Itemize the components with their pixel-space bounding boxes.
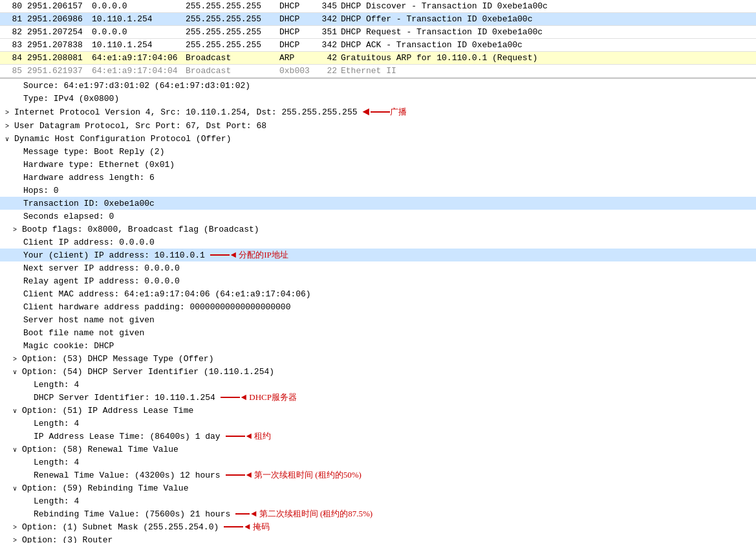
opt58-annotation-text: 第一次续租时间 (租约的50%) [254,469,362,481]
detail-udp[interactable]: User Datagram Protocol, Src Port: 67, Ds… [0,119,756,132]
detail-next-server-text: Next server IP address: 0.0.0.0 [23,263,180,273]
opt59-annotation-text: 第二次续租时间 (租约的87.5%) [259,508,373,520]
pkt-src-83: 10.110.1.254 [92,40,186,50]
detail-bootp-flags[interactable]: Bootp flags: 0x8000, Broadcast flag (Bro… [0,223,756,236]
detail-opt51-len[interactable]: Length: 4 [0,417,756,430]
pkt-dst-83: 255.255.255.255 [186,40,279,50]
pkt-dst-81: 255.255.255.255 [186,14,279,24]
detail-seconds-text: Seconds elapsed: 0 [23,212,114,221]
detail-opt54-len-text: Length: 4 [34,380,79,390]
detail-dhcp-header[interactable]: Dynamic Host Configuration Protocol (Off… [0,132,756,145]
pkt-proto-81: DHCP [279,14,315,24]
pkt-len-85: 22 [315,66,341,76]
detail-opt51[interactable]: Option: (51) IP Address Lease Time [0,404,756,417]
detail-client-hw-pad[interactable]: Client hardware address padding: 0000000… [0,300,756,313]
dhcp-expand-icon[interactable] [5,134,14,144]
udp-expand-icon[interactable] [5,121,14,131]
detail-hw-type[interactable]: Hardware type: Ethernet (0x01) [0,158,756,171]
detail-client-ip[interactable]: Client IP address: 0.0.0.0 [0,236,756,249]
opt58-expand-icon[interactable] [13,445,22,454]
pkt-time-84: 2951.208081 [27,53,92,63]
pkt-len-84: 42 [315,53,341,63]
pkt-len-83: 342 [315,40,341,50]
detail-opt53[interactable]: Option: (53) DHCP Message Type (Offer) [0,352,756,365]
pkt-info-82: DHCP Request - Transaction ID 0xebe1a00c [341,27,753,37]
opt53-expand-icon[interactable] [13,354,22,364]
detail-opt58-val[interactable]: Renewal Time Value: (43200s) 12 hours ◄ … [0,469,756,482]
detail-opt54[interactable]: Option: (54) DHCP Server Identifier (10.… [0,365,756,378]
detail-hw-type-text: Hardware type: Ethernet (0x01) [23,160,175,170]
detail-opt54-val[interactable]: DHCP Server Identifier: 10.110.1.254 ◄ D… [0,391,756,404]
detail-seconds[interactable]: Seconds elapsed: 0 [0,210,756,223]
detail-server-host[interactable]: Server host name not given [0,313,756,326]
detail-opt3[interactable]: Option: (3) Router [0,533,756,543]
detail-opt59[interactable]: Option: (59) Rebinding Time Value [0,482,756,494]
detail-opt59-len[interactable]: Length: 4 [0,494,756,507]
opt59-annotation: ◄ 第二次续租时间 (租约的87.5%) [235,508,373,520]
detail-opt59-val[interactable]: Rebinding Time Value: (75600s) 21 hours … [0,507,756,520]
opt1-expand-icon[interactable] [13,522,22,532]
ipv4-expand-icon[interactable] [5,107,14,117]
opt1-annotation: ◄ 掩码 [224,521,269,533]
pkt-src-84: 64:e1:a9:17:04:06 [92,53,186,63]
pkt-time-85: 2951.621937 [27,66,92,76]
packet-list: 80 2951.206157 0.0.0.0 255.255.255.255 D… [0,0,756,78]
pkt-info-85: Ethernet II [341,66,753,76]
bootp-expand-icon[interactable] [13,225,22,234]
pkt-time-81: 2951.206986 [27,14,92,24]
pkt-info-81: DHCP Offer - Transaction ID 0xebe1a00c [341,14,753,24]
opt58-annotation: ◄ 第一次续租时间 (租约的50%) [226,469,362,481]
detail-opt58[interactable]: Option: (58) Renewal Time Value [0,443,756,456]
detail-msg-type[interactable]: Message type: Boot Reply (2) [0,145,756,158]
detail-your-ip-text: Your (client) IP address: 10.110.0.1 [23,250,205,260]
detail-boot-file[interactable]: Boot file name not given [0,326,756,339]
packet-row-80[interactable]: 80 2951.206157 0.0.0.0 255.255.255.255 D… [0,0,756,13]
detail-opt1-text: Option: (1) Subnet Mask (255.255.254.0) [22,522,219,532]
detail-opt58-text: Option: (58) Renewal Time Value [22,445,178,454]
pkt-info-83: DHCP ACK - Transaction ID 0xebe1a00c [341,40,753,50]
detail-next-server[interactable]: Next server IP address: 0.0.0.0 [0,261,756,274]
pkt-no-85: 85 [3,66,27,76]
detail-magic-cookie[interactable]: Magic cookie: DHCP [0,339,756,352]
detail-opt58-len-text: Length: 4 [34,458,79,467]
detail-ipv4[interactable]: Internet Protocol Version 4, Src: 10.110… [0,105,756,119]
packet-row-83[interactable]: 83 2951.207838 10.110.1.254 255.255.255.… [0,39,756,52]
detail-hops[interactable]: Hops: 0 [0,184,756,197]
pkt-dst-85: Broadcast [186,66,279,76]
detail-hops-text: Hops: 0 [23,186,59,195]
detail-opt59-len-text: Length: 4 [34,496,79,506]
detail-opt1[interactable]: Option: (1) Subnet Mask (255.255.254.0) … [0,520,756,533]
detail-client-hw-pad-text: Client hardware address padding: 0000000… [23,302,290,312]
detail-magic-cookie-text: Magic cookie: DHCP [23,341,114,351]
detail-client-mac[interactable]: Client MAC address: 64:e1:a9:17:04:06 (6… [0,287,756,300]
detail-your-ip[interactable]: Your (client) IP address: 10.110.0.1 ◄ 分… [0,249,756,261]
detail-opt59-val-text: Rebinding Time Value: (75600s) 21 hours [34,509,230,519]
detail-opt58-len[interactable]: Length: 4 [0,456,756,469]
detail-opt51-val[interactable]: IP Address Lease Time: (86400s) 1 day ◄ … [0,430,756,443]
opt54-expand-icon[interactable] [13,367,22,377]
packet-row-81[interactable]: 81 2951.206986 10.110.1.254 255.255.255.… [0,13,756,26]
opt1-annotation-text: 掩码 [253,521,270,533]
detail-source-text: Source: 64:e1:97:d3:01:02 (64:e1:97:d3:0… [23,81,250,91]
pkt-no-83: 83 [3,40,27,50]
packet-row-84[interactable]: 84 2951.208081 64:e1:a9:17:04:06 Broadca… [0,52,756,65]
opt3-expand-icon[interactable] [13,535,22,544]
detail-opt51-text: Option: (51) IP Address Lease Time [22,406,193,416]
pkt-len-80: 345 [315,1,341,11]
detail-opt54-len[interactable]: Length: 4 [0,378,756,391]
opt59-expand-icon[interactable] [13,483,22,493]
detail-type[interactable]: Type: IPv4 (0x0800) [0,92,756,105]
detail-relay-agent[interactable]: Relay agent IP address: 0.0.0.0 [0,274,756,287]
pkt-src-82: 0.0.0.0 [92,27,186,37]
detail-hw-len[interactable]: Hardware address length: 6 [0,171,756,184]
pkt-no-80: 80 [3,1,27,11]
detail-boot-file-text: Boot file name not given [23,328,144,338]
detail-relay-agent-text: Relay agent IP address: 0.0.0.0 [23,276,180,286]
packet-row-82[interactable]: 82 2951.207254 0.0.0.0 255.255.255.255 D… [0,26,756,39]
detail-source[interactable]: Source: 64:e1:97:d3:01:02 (64:e1:97:d3:0… [0,79,756,92]
packet-row-85[interactable]: 85 2951.621937 64:e1:a9:17:04:04 Broadca… [0,65,756,78]
detail-transaction-id[interactable]: Transaction ID: 0xebe1a00c [0,197,756,210]
opt51-expand-icon[interactable] [13,406,22,416]
pkt-time-82: 2951.207254 [27,27,92,37]
ipv4-annotation-text: 广播 [390,106,407,118]
